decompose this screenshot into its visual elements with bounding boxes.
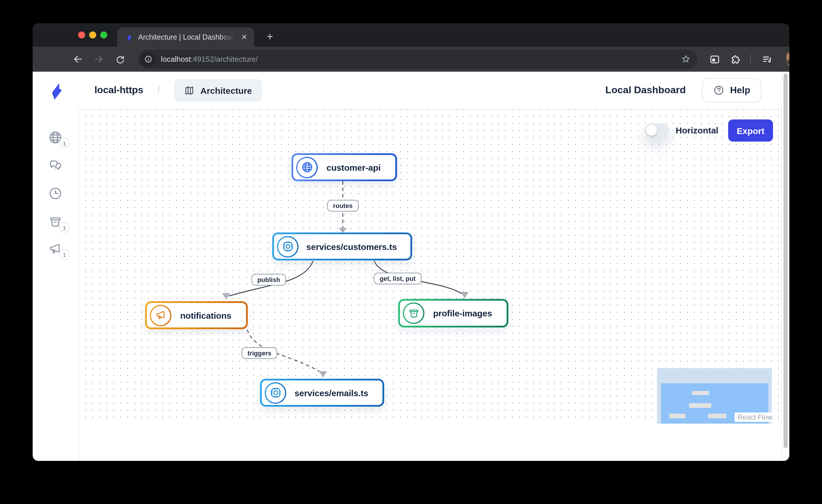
app-logo[interactable] — [33, 80, 79, 100]
sidebar-badge: 1 — [59, 222, 70, 233]
page-scrollbar[interactable] — [781, 72, 789, 461]
toolbar-divider — [750, 54, 751, 64]
minimap-node — [708, 414, 726, 418]
node-label: profile-images — [424, 308, 507, 318]
favicon-encore-logo — [124, 32, 133, 42]
bookmark-star-icon[interactable] — [680, 54, 692, 65]
url-path: :49152/architecture/ — [191, 55, 258, 64]
sidebar-item-buckets[interactable]: 1 — [48, 214, 63, 230]
megaphone-icon — [150, 304, 171, 326]
tab-architecture[interactable]: Architecture — [174, 79, 262, 101]
reload-icon — [115, 54, 125, 64]
sidebar-badge: 1 — [59, 138, 70, 149]
edge-label-get-list-put: get, list, put — [374, 273, 421, 284]
forward-icon — [93, 54, 104, 65]
node-label: services/emails.ts — [286, 388, 382, 398]
node-label: notifications — [171, 310, 246, 320]
profile-avatar[interactable] — [786, 52, 789, 66]
dashboard-title: Local Dashboard — [605, 84, 686, 96]
flow-canvas[interactable]: customer-api services/customers.ts notif… — [80, 109, 781, 424]
node-services-customers[interactable]: services/customers.ts — [272, 232, 412, 260]
tab-architecture-label: Architecture — [200, 85, 252, 95]
sidebar-item-chat[interactable] — [48, 158, 63, 173]
media-playlist-icon — [761, 54, 773, 65]
sidebar-item-history[interactable] — [48, 186, 63, 201]
tab-close-icon[interactable]: ✕ — [239, 32, 250, 42]
node-services-emails[interactable]: services/emails.ts — [260, 379, 384, 407]
extensions-icon — [730, 54, 742, 65]
map-icon — [184, 85, 195, 96]
project-name: local-https — [94, 84, 143, 96]
chip-icon — [277, 236, 299, 257]
bucket-icon — [403, 302, 424, 324]
url-text: localhost:49152/architecture/ — [161, 55, 680, 64]
forward-button[interactable] — [91, 52, 105, 66]
edge-label-triggers: triggers — [242, 347, 277, 359]
side-panel-button[interactable] — [707, 52, 722, 67]
minimap-node — [669, 414, 686, 418]
sidebar-item-topics[interactable]: 1 — [48, 241, 63, 256]
node-profile-images[interactable]: profile-images — [398, 299, 508, 327]
back-button[interactable] — [70, 52, 84, 66]
browser-tab[interactable]: Architecture | Local Dashboar ✕ — [117, 27, 254, 47]
address-bar[interactable]: localhost:49152/architecture/ — [138, 50, 697, 69]
question-circle-icon — [713, 84, 725, 96]
tab-title: Architecture | Local Dashboar — [138, 33, 235, 41]
react-flow-attribution[interactable]: React Flow — [735, 413, 775, 422]
site-info-button[interactable] — [140, 52, 156, 67]
zoom-window-button[interactable] — [100, 31, 107, 38]
edge-label-publish: publish — [252, 274, 286, 286]
horizontal-toggle-label: Horizontal — [676, 125, 719, 135]
chip-icon — [265, 382, 286, 403]
help-button[interactable]: Help — [702, 78, 761, 103]
page-content: local-https / Architecture Local Dashboa… — [33, 72, 789, 461]
toggle-knob — [646, 125, 657, 136]
url-host: localhost — [161, 55, 191, 64]
app-header: local-https / Architecture Local Dashboa… — [33, 72, 789, 109]
breadcrumb-separator: / — [157, 84, 160, 96]
media-controls-button[interactable] — [760, 52, 775, 67]
screenshot-root: Architecture | Local Dashboar ✕ + — [0, 0, 822, 504]
node-label: services/customers.ts — [299, 242, 410, 251]
close-window-button[interactable] — [78, 31, 85, 38]
tab-strip: Architecture | Local Dashboar ✕ + — [33, 23, 789, 47]
scrollbar-thumb[interactable] — [784, 73, 788, 448]
minimap-node — [689, 403, 711, 408]
encore-logo — [46, 80, 66, 100]
left-sidebar: 1 1 1 — [33, 109, 79, 461]
sidebar-badge: 1 — [59, 249, 70, 260]
export-button[interactable]: Export — [728, 119, 773, 142]
site-info-icon — [144, 55, 152, 64]
side-panel-icon — [709, 54, 721, 65]
globe-icon — [296, 156, 318, 178]
help-button-label: Help — [730, 85, 750, 96]
minimize-window-button[interactable] — [89, 31, 96, 38]
node-customer-api[interactable]: customer-api — [292, 153, 397, 181]
node-label: customer-api — [318, 162, 395, 172]
clock-icon — [48, 186, 63, 201]
minimap-node — [692, 391, 709, 395]
chat-bubbles-icon — [48, 158, 63, 173]
node-notifications[interactable]: notifications — [145, 301, 248, 329]
back-icon — [72, 54, 83, 65]
browser-window: Architecture | Local Dashboar ✕ + — [33, 23, 789, 461]
new-tab-button[interactable]: + — [263, 30, 277, 43]
reload-button[interactable] — [113, 52, 127, 66]
extensions-button[interactable] — [728, 52, 743, 67]
edge-label-routes: routes — [327, 200, 358, 212]
horizontal-toggle[interactable] — [645, 124, 669, 137]
browser-toolbar: localhost:49152/architecture/ — [33, 47, 789, 72]
sidebar-item-gateways[interactable]: 1 — [48, 130, 63, 145]
